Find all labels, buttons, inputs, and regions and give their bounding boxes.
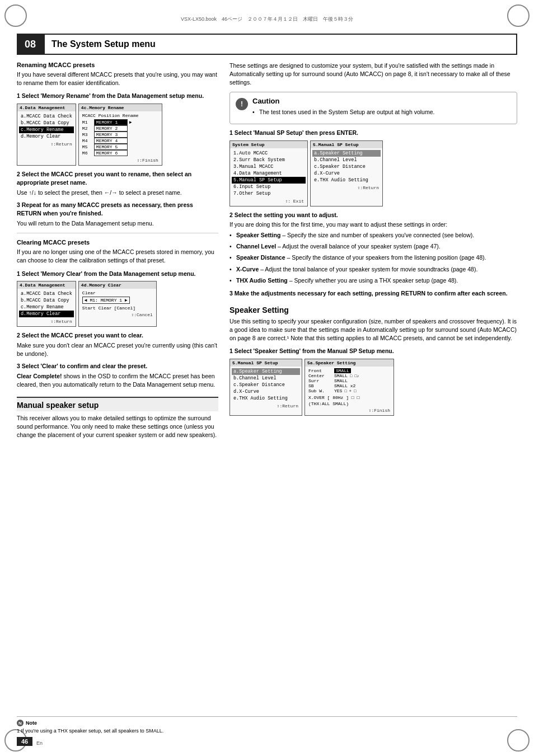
clearing-step3-bold: Clear Complete!	[17, 373, 62, 379]
note-text: 1 If you're using a THX speaker setup, s…	[17, 728, 517, 734]
osd-item: d.Memory Clear	[21, 133, 72, 140]
osd-item-selected: c.Memory Rename	[19, 126, 74, 133]
renaming-step3: 3 Repeat for as many MCACC presets as ne…	[17, 201, 218, 217]
osd-item: d.X-Curve	[233, 388, 298, 395]
osd-item: d.X-Curve	[314, 170, 379, 177]
renaming-osd-right: 4c.Memory Rename MCACC Position Rename M…	[78, 104, 162, 166]
memory-rows: M1 MEMORY 1 ► M2 MEMORY 2 M3 MEMORY 3 M4	[82, 119, 158, 156]
corner-decoration-tl	[4, 4, 27, 27]
right-step2-text: If you are doing this for the first time…	[229, 220, 517, 229]
osd-item-selected: d.Memory Clear	[19, 311, 74, 317]
osd-item: 3.Manual MCACC	[233, 163, 304, 170]
caution-title: Caution	[252, 97, 511, 105]
osd-item: b.MCACC Data Copy	[21, 297, 72, 304]
section-divider	[17, 233, 218, 233]
bullet-item: Channel Level – Adjust the overall balan…	[229, 242, 517, 251]
speaker-setting-intro: Use this setting to specify your speaker…	[229, 317, 517, 343]
right-step3: 3 Make the adjustments necessary for eac…	[229, 289, 517, 298]
memory-row: M2 MEMORY 2	[82, 125, 158, 132]
chapter-number: 08	[17, 34, 44, 55]
memory-row: M1 MEMORY 1 ►	[82, 119, 158, 125]
bullet-item: Speaker Distance – Specify the distance …	[229, 253, 517, 262]
caution-icon: !	[236, 98, 248, 110]
system-setup-osd: System Setup 1.Auto MCACC 2.Surr Back Sy…	[229, 140, 308, 206]
sp-xover: X.OVER [ 80Hz ] □ □	[308, 395, 390, 400]
clearing-step2-text: Make sure you don't clear an MCACC prese…	[17, 341, 218, 358]
clearing-mcacc-title: Clearing MCACC presets	[17, 239, 218, 246]
clearing-step3: 3 Select 'Clear' to confirm and clear th…	[17, 362, 218, 370]
osd-item: e.THX Audio Setting	[314, 177, 379, 184]
sp-row: Front SMALL	[308, 368, 390, 373]
osd-item: e.THX Audio Setting	[233, 395, 298, 402]
note-section: N Note 1 If you're using a THX speaker s…	[17, 716, 517, 734]
renaming-osd-left: 4.Data Management a.MCACC Data Check b.M…	[17, 104, 76, 166]
clearing-osd-left: 4.Data Management a.MCACC Data Check b.M…	[17, 281, 76, 327]
osd-item: 6.Input Setup	[233, 184, 304, 190]
osd-item: 1.Auto MCACC	[233, 150, 304, 157]
osd-cancel: ⇧:Cancel	[82, 312, 153, 317]
osd-exit: ⇧: Exit	[233, 199, 304, 204]
osd-finish: ⇧:Finish	[82, 158, 158, 163]
memory-row: M3 MEMORY 3	[82, 132, 158, 138]
renaming-osd-left-title: 4.Data Management	[17, 104, 76, 111]
osd-item: 4.Data Management	[233, 170, 304, 177]
osd-item: b.Channel Level	[233, 375, 298, 382]
clearing-mcacc-intro: If you are no longer using one of the MC…	[17, 248, 218, 265]
sp-thx: (THX:ALL SMALL)	[308, 401, 390, 406]
clear-actions: Start Clear [Cancel]	[82, 306, 153, 311]
bullet-item: THX Audio Setting – Specify whether you …	[229, 276, 517, 285]
sp-manual-osd: 5.Manual SP Setup a.Speaker Setting b.Ch…	[229, 359, 302, 416]
speaker-rows: Front SMALL Center SMALL □ □♪ Surr SMALL…	[308, 368, 390, 406]
speaker-osd-pair: 5.Manual SP Setup a.Speaker Setting b.Ch…	[229, 359, 517, 416]
osd-item: c.Speaker Distance	[314, 163, 379, 170]
osd-return: ⇧:Return	[21, 142, 72, 147]
clearing-step3-text: Clear Complete! shows in the OSD to conf…	[17, 372, 218, 388]
sp-row: Sub W. YES □ + □	[308, 388, 390, 393]
renaming-osd-pair: 4.Data Management a.MCACC Data Check b.M…	[17, 104, 218, 166]
clearing-step1: 1 Select 'Memory Clear' from the Data Ma…	[17, 270, 218, 278]
bullet-item: X-Curve – Adjust the tonal balance of yo…	[229, 265, 517, 274]
page-en: En	[36, 740, 43, 746]
osd-item: 7.Other Setup	[233, 190, 304, 197]
meta-line: VSX-LX50.book 46ページ ２００７年４月１２日 木曜日 午後５時３…	[181, 16, 353, 23]
sp-row: Surr SMALL	[308, 378, 390, 383]
main-content: Renaming MCACC presets If you have sever…	[17, 62, 517, 722]
manual-speaker-intro: This receiver allows you to make detaile…	[17, 414, 218, 440]
page-number: 46	[17, 737, 32, 746]
sp-row: Center SMALL □ □♪	[308, 373, 390, 378]
osd-item-selected: 5.Manual SP Setup	[232, 177, 306, 184]
osd-item: c.Speaker Distance	[233, 382, 298, 388]
renaming-step3-text: You will return to the Data Management s…	[17, 219, 218, 228]
memory-row: M4 MEMORY 4	[82, 138, 158, 144]
chapter-title: The System Setup menu	[44, 34, 517, 55]
osd-item: b.Channel Level	[314, 157, 379, 163]
osd-item: c.Memory Rename	[21, 304, 72, 311]
osd-finish: ⇧:Finish	[308, 408, 390, 413]
renaming-mcacc-intro: If you have several different MCACC pres…	[17, 71, 218, 87]
osd-item: 2.Surr Back System	[233, 157, 304, 163]
osd-item: a.MCACC Data Check	[21, 113, 72, 120]
caution-content: Caution The test tones used in the Syste…	[252, 97, 511, 119]
manual-sp-osd-title: 5.Manual SP Setup	[311, 141, 382, 148]
caution-list: The test tones used in the System Setup …	[252, 108, 511, 116]
renaming-step1: 1 Select 'Memory Rename' from the Data M…	[17, 92, 218, 100]
caution-box: ! Caution The test tones used in the Sys…	[229, 92, 517, 124]
clear-row: Clear ◄ M1: MEMORY 1 ►	[82, 290, 153, 304]
sp-setting-osd: 5a.Speaker Setting Front SMALL Center SM…	[305, 359, 394, 416]
osd-item-highlighted: a.Speaker Setting	[312, 150, 381, 157]
speaker-setting-title: Speaker Setting	[229, 306, 517, 314]
bullet-item: Speaker Setting – Specify the size and n…	[229, 231, 517, 240]
settings-bullets: Speaker Setting – Specify the size and n…	[229, 231, 517, 285]
sp-manual-osd-title: 5.Manual SP Setup	[230, 359, 302, 367]
osd-return: ⇧:Return	[233, 403, 298, 408]
clearing-step2: 2 Select the MCACC preset you want to cl…	[17, 331, 218, 340]
sp-row: SB SMALL x2	[308, 383, 390, 388]
memory-row: M6 MEMORY 6	[82, 150, 158, 156]
right-osd-pair-1: System Setup 1.Auto MCACC 2.Surr Back Sy…	[229, 140, 517, 206]
memory-row: M5 MEMORY 5	[82, 144, 158, 150]
manual-sp-osd: 5.Manual SP Setup a.Speaker Setting b.Ch…	[310, 140, 383, 206]
sp-setting-osd-title: 5a.Speaker Setting	[305, 359, 394, 367]
note-title: Note	[26, 720, 37, 726]
right-column: These settings are designed to customize…	[229, 62, 517, 722]
left-column: Renaming MCACC presets If you have sever…	[17, 62, 218, 722]
